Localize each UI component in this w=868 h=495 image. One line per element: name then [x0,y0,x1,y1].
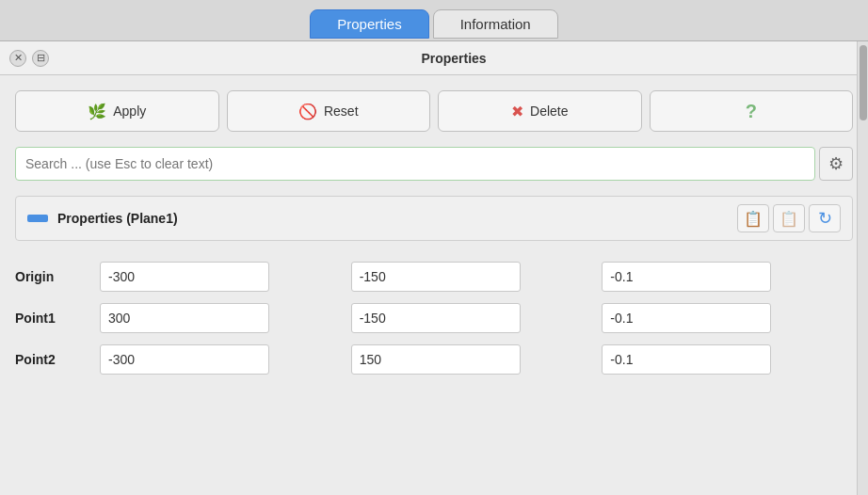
gear-icon: ⚙ [828,153,844,174]
copy-button[interactable]: 📋 [737,204,769,232]
prop-cell [602,256,853,297]
help-icon: ? [746,101,757,122]
prop-input-1-0[interactable] [100,303,269,333]
window-controls: ✕ ⊟ [9,50,49,67]
table-row: Point1 [15,297,853,339]
table-row: Point2 [15,339,853,380]
scrollbar[interactable] [857,41,868,495]
scrollbar-thumb[interactable] [860,45,867,120]
copy-icon: 📋 [744,210,763,228]
prop-label: Origin [15,256,100,297]
reset-button[interactable]: 🚫 Reset [227,90,431,132]
apply-button[interactable]: 🌿 Apply [15,90,219,132]
title-bar: ✕ ⊟ Properties [0,41,868,75]
section-header: Properties (Plane1) 📋 📋 ↻ [15,196,853,241]
apply-icon: 🌿 [88,103,106,120]
prop-label: Point1 [15,297,100,339]
tab-information[interactable]: Information [433,9,558,39]
paste-icon: 📋 [780,210,798,228]
close-button[interactable]: ✕ [9,50,26,67]
prop-cell [351,256,603,297]
apply-label: Apply [113,104,146,119]
prop-label: Point2 [15,339,100,380]
delete-label: Delete [530,104,568,119]
delete-button[interactable]: ✖ Delete [438,90,642,132]
tab-properties[interactable]: Properties [310,9,428,39]
main-content: 🌿 Apply 🚫 Reset ✖ Delete ? ⚙ [0,75,868,395]
prop-cell [100,256,351,297]
section-title: Properties (Plane1) [27,211,737,226]
prop-input-0-0[interactable] [100,262,269,292]
prop-cell [351,339,603,380]
prop-cell [602,339,853,380]
reset-label: Reset [324,104,359,119]
section-title-icon [27,215,48,222]
paste-button[interactable]: 📋 [773,204,805,232]
tab-bar: Properties Information [0,0,868,41]
table-row: Origin [15,256,853,297]
delete-icon: ✖ [511,103,523,120]
properties-table: OriginPoint1Point2 [15,256,853,380]
prop-cell [351,297,603,339]
prop-input-1-1[interactable] [351,303,521,333]
search-row: ⚙ [15,147,853,181]
reset-icon: 🚫 [298,103,317,120]
gear-button[interactable]: ⚙ [819,147,853,181]
prop-cell [100,339,351,380]
prop-input-2-2[interactable] [602,344,771,375]
refresh-icon: ↻ [818,208,832,229]
window-title: Properties [49,51,859,66]
prop-cell [602,297,853,339]
prop-input-2-0[interactable] [100,344,269,375]
help-button[interactable]: ? [650,90,854,132]
prop-input-0-2[interactable] [602,262,771,292]
prop-input-0-1[interactable] [351,262,521,292]
prop-input-1-2[interactable] [602,303,771,333]
minimize-button[interactable]: ⊟ [32,50,49,67]
section-actions: 📋 📋 ↻ [737,204,841,232]
prop-cell [100,297,351,339]
prop-input-2-1[interactable] [351,344,521,375]
search-input[interactable] [15,147,815,181]
action-row: 🌿 Apply 🚫 Reset ✖ Delete ? [15,90,853,132]
refresh-button[interactable]: ↻ [809,204,841,232]
section-title-text: Properties (Plane1) [57,211,178,226]
